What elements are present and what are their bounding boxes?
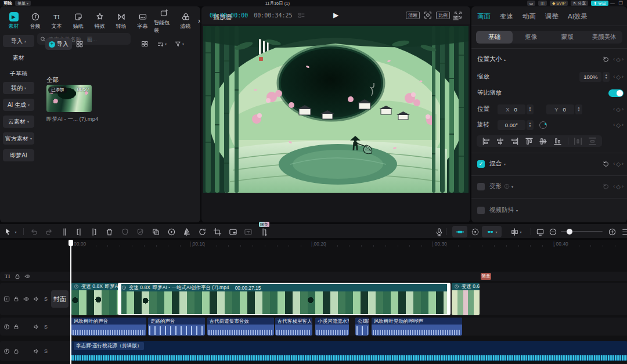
sidebar-item-subdraft[interactable]: 子草稿 — [3, 67, 34, 80]
tab-picture[interactable]: 画面 — [477, 12, 491, 21]
subtab-basic[interactable]: 基础 — [476, 31, 513, 44]
scale-value[interactable]: 100% — [579, 72, 601, 82]
delete-icon[interactable] — [105, 227, 114, 236]
video-clip-1[interactable]: 变速 0.8X即梦AI - — [71, 283, 118, 315]
share-button[interactable]: ⇱分享 — [571, 1, 588, 6]
solo-icon[interactable]: S — [44, 296, 48, 302]
distribute-h-icon[interactable] — [574, 137, 582, 146]
shield-check-icon[interactable] — [135, 227, 145, 236]
eye-icon[interactable] — [24, 273, 31, 280]
quality-badge[interactable]: 清晰 — [406, 12, 420, 19]
solo-icon[interactable]: S — [44, 324, 48, 330]
sfx-clip[interactable]: 风吹树叶晃动的哗哗声 — [372, 318, 462, 336]
menu-button[interactable]: 菜单▾ — [15, 1, 31, 6]
tab-transition[interactable]: 转场 — [111, 12, 131, 30]
rotate-stepper[interactable]: ▲▼ — [527, 120, 534, 130]
tab-text[interactable]: TI 文本 — [46, 12, 67, 30]
lock-icon[interactable] — [13, 348, 19, 354]
sfx-clip[interactable]: 古代客栈里客人用餐 — [275, 318, 312, 336]
svip-button[interactable]: ◆SVIP — [550, 1, 568, 6]
sidebar-item-official[interactable]: 官方素材▾ — [3, 132, 34, 145]
adapt-screen-icon[interactable] — [535, 227, 545, 236]
align-center-h-icon[interactable] — [496, 137, 505, 146]
video-clip-2-selected[interactable]: 变速 0.8X即梦AI - 一站式AI创作平台 (7).mp400:00:27:… — [118, 283, 451, 315]
music-clip[interactable]: 李志辉-遥行桃花源（剪辑版） — [71, 341, 627, 361]
mute-clip-icon[interactable] — [120, 227, 129, 236]
text-clip[interactable]: 简单 — [481, 273, 491, 280]
select-tool-icon[interactable] — [3, 227, 13, 236]
freeze-frame-icon[interactable] — [151, 227, 160, 236]
layout-toggle-icon[interactable]: ▭ — [527, 1, 536, 6]
select-tool-caret[interactable]: ▾ — [13, 227, 18, 236]
align-right-icon[interactable] — [510, 137, 519, 146]
distribute-v-icon[interactable] — [588, 137, 597, 146]
blend-keyframe[interactable]: ‹◇› — [613, 161, 624, 167]
maximize-button[interactable]: ❐ — [617, 1, 625, 6]
playhead[interactable] — [70, 240, 71, 364]
rotate-dial[interactable] — [539, 121, 547, 129]
sidebar-item-import[interactable]: 导入▴ — [3, 35, 34, 47]
view-mode-icon[interactable] — [141, 40, 149, 48]
sort-icon[interactable]: ▾ — [157, 40, 167, 48]
tab-material[interactable]: ▶ 素材 — [3, 12, 24, 30]
position-x-stepper[interactable]: ▲▼ — [527, 104, 534, 114]
split-keep-right-icon[interactable] — [89, 227, 98, 236]
grid-toggle-icon[interactable] — [75, 40, 84, 48]
deform-checkbox[interactable] — [477, 183, 485, 190]
speaker-icon[interactable] — [33, 296, 39, 302]
rotate-value[interactable]: 0.00° — [498, 120, 525, 130]
filter-list-icon[interactable]: ▾ — [174, 40, 184, 48]
lock-icon[interactable] — [13, 296, 19, 302]
position-x-field[interactable]: X0 — [498, 104, 525, 114]
record-voiceover-icon[interactable] — [434, 227, 444, 236]
all-section-label[interactable]: 全部 — [46, 76, 59, 84]
blend-reset-icon[interactable] — [602, 160, 610, 168]
solo-icon[interactable]: S — [44, 348, 48, 354]
uniform-scale-toggle[interactable] — [608, 89, 624, 97]
tab-ai-effects[interactable]: AI效果 — [568, 12, 588, 21]
crop-icon[interactable] — [212, 227, 222, 236]
subtab-mask[interactable]: 蒙版 — [549, 31, 586, 44]
eye-icon[interactable] — [23, 296, 30, 302]
video-clip-3[interactable]: 变速 0.6X — [452, 283, 480, 315]
align-top-icon[interactable] — [525, 137, 534, 146]
sfx-clip[interactable]: 走路的声音 — [148, 318, 205, 336]
split-icon[interactable] — [60, 227, 69, 236]
player-menu-icon[interactable] — [452, 14, 460, 22]
tab-effects[interactable]: 特效 — [89, 12, 110, 30]
zoom-in-icon[interactable] — [607, 227, 617, 236]
blend-checkbox[interactable]: ✓ — [477, 160, 485, 168]
subtab-matting[interactable]: 抠像 — [513, 31, 549, 44]
undo-icon[interactable] — [29, 227, 38, 236]
align-left-icon[interactable] — [482, 137, 491, 146]
video-text-icon[interactable] — [243, 227, 253, 236]
sfx-clip[interactable]: 公鸡叫 — [355, 318, 369, 336]
video-preview[interactable] — [203, 26, 469, 193]
tab-speed[interactable]: 变速 — [500, 12, 513, 21]
sidebar-item-ai-generate[interactable]: AI 生成▾ — [3, 99, 34, 111]
position-y-field[interactable]: Y0 — [546, 104, 574, 114]
tab-animation[interactable]: 动画 — [522, 12, 536, 21]
sfx-clip[interactable]: 风吹树叶的声音 — [71, 318, 146, 336]
media-thumbnail[interactable]: 已添加 00:27 — [46, 85, 92, 112]
snap-icon[interactable] — [470, 227, 480, 236]
deform-keyframe[interactable]: ‹◇› — [613, 183, 624, 190]
timeline-menu-icon[interactable] — [620, 227, 627, 236]
minimize-button[interactable]: — — [608, 1, 617, 6]
playhead-handle[interactable] — [69, 240, 73, 246]
lock-icon[interactable] — [15, 273, 20, 279]
mirror-icon[interactable] — [182, 227, 191, 236]
preview-focus-icon[interactable] — [424, 11, 432, 19]
tab-adjust[interactable]: 调整 — [545, 12, 558, 21]
reverse-icon[interactable] — [167, 227, 176, 236]
zoom-slider-knob[interactable] — [567, 229, 572, 235]
keyframe-nav[interactable]: ‹◇› — [613, 56, 624, 63]
speaker-icon[interactable] — [33, 348, 39, 354]
import-button[interactable]: + 导入 — [45, 38, 72, 50]
nav-more-icon[interactable]: » — [198, 17, 200, 25]
sidebar-item-mine[interactable]: 我的▾ — [3, 82, 34, 94]
scale-keyframe[interactable]: ‹◇› — [613, 74, 624, 80]
tab-audio[interactable]: 音频 — [25, 12, 45, 30]
scale-stepper[interactable]: ▲▼ — [603, 72, 610, 82]
align-bottom-icon[interactable] — [553, 137, 562, 146]
